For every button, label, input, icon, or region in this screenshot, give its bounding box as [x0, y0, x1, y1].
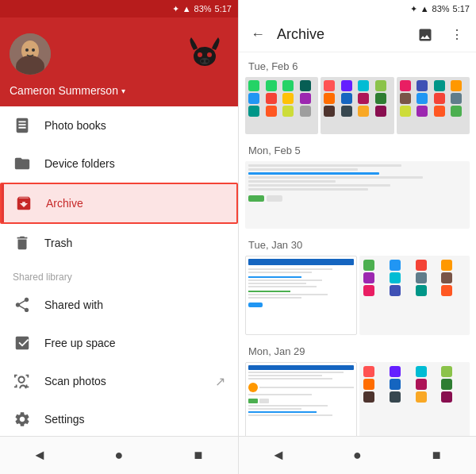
nav-label-device-folders: Device folders: [44, 157, 115, 170]
nav-item-free-space[interactable]: Free up space: [0, 324, 238, 362]
book-icon: [13, 116, 32, 135]
date-label-jan30: Tue, Jan 30: [245, 231, 470, 256]
shared-icon: [13, 295, 32, 314]
nav-label-trash: Trash: [44, 237, 72, 249]
back-button-archive[interactable]: ←: [245, 22, 271, 48]
home-button-right[interactable]: ●: [341, 440, 373, 472]
dropdown-arrow-icon: ▾: [121, 87, 125, 95]
date-label-feb6: Tue, Feb 6: [245, 52, 470, 77]
drawer-header: Cameron Summerson ▾: [0, 17, 238, 106]
back-button-right[interactable]: ◄: [263, 440, 294, 472]
time-left: 5:17: [215, 4, 232, 13]
photo-thumb-jan29-1[interactable]: [245, 362, 357, 436]
photo-thumb-jan30-1[interactable]: [245, 256, 357, 335]
trash-icon: [13, 233, 32, 252]
nav-label-settings: Settings: [44, 413, 85, 426]
free-space-icon: [13, 333, 32, 353]
archive-icon: [14, 194, 33, 213]
scan-icon: [13, 372, 32, 391]
photo-row-feb5: [245, 161, 470, 229]
shared-section-label: Shared library: [0, 262, 238, 286]
archive-title: Archive: [277, 26, 406, 43]
photo-thumb-feb6-2[interactable]: [321, 77, 393, 134]
recent-button-left[interactable]: ■: [182, 440, 214, 472]
svg-point-10: [205, 60, 209, 63]
left-status-bar: ✦ ▲ 83% 5:17: [0, 0, 238, 17]
nav-item-scan-photos[interactable]: Scan photos ↗: [0, 362, 238, 400]
archive-toolbar: ← Archive ⋮: [239, 17, 476, 52]
nav-item-settings[interactable]: Settings: [0, 400, 238, 436]
user-name[interactable]: Cameron Summerson ▾: [10, 84, 228, 97]
svg-point-9: [201, 60, 204, 63]
bull-logo: [181, 30, 228, 78]
photo-thumb-feb5[interactable]: [245, 161, 470, 229]
right-panel: ✦ ▲ 83% 5:17 ← Archive ⋮ Tue, Feb 6: [238, 0, 476, 474]
svg-point-4: [32, 48, 35, 52]
svg-point-6: [198, 52, 202, 57]
nav-item-archive[interactable]: Archive: [0, 183, 238, 224]
more-options-button[interactable]: ⋮: [444, 22, 470, 48]
signal-icon-right: ▲: [420, 4, 429, 13]
nav-label-free-space: Free up space: [44, 337, 116, 349]
date-label-jan29: Mon, Jan 29: [245, 337, 470, 362]
right-status-bar: ✦ ▲ 83% 5:17: [239, 0, 476, 17]
time-right: 5:17: [453, 4, 470, 13]
photo-row-jan29: [245, 362, 470, 436]
bluetooth-icon: ✦: [172, 4, 179, 14]
photo-thumb-feb6-3[interactable]: [397, 77, 470, 134]
settings-icon: [13, 410, 32, 429]
photo-thumb-feb6-1[interactable]: [245, 77, 318, 134]
nav-item-shared-with[interactable]: Shared with: [0, 286, 238, 324]
date-label-feb5: Mon, Feb 5: [245, 137, 470, 161]
signal-icon: ▲: [182, 4, 191, 13]
left-drawer: ✦ ▲ 83% 5:17: [0, 0, 238, 474]
photo-thumb-jan29-2[interactable]: [359, 362, 470, 436]
nav-item-device-folders[interactable]: Device folders: [0, 145, 238, 183]
nav-label-scan-photos: Scan photos: [44, 375, 106, 387]
nav-item-photo-books[interactable]: Photo books: [0, 106, 238, 145]
photo-thumb-jan30-2[interactable]: [359, 256, 470, 335]
nav-label-photo-books: Photo books: [44, 119, 106, 132]
svg-point-3: [25, 48, 29, 52]
battery-left: 83%: [194, 4, 212, 13]
right-bottom-nav: ◄ ● ■: [239, 436, 476, 474]
photo-row-feb6: [245, 77, 470, 134]
folder-icon: [13, 154, 32, 173]
bluetooth-icon-right: ✦: [410, 4, 417, 14]
nav-label-shared-with: Shared with: [44, 299, 103, 311]
avatar[interactable]: [10, 33, 51, 75]
recent-button-right[interactable]: ■: [420, 440, 452, 472]
home-button-left[interactable]: ●: [103, 440, 135, 472]
photo-row-jan30: [245, 256, 470, 335]
avatar-image: [10, 33, 51, 75]
external-link-icon: ↗: [215, 374, 225, 389]
nav-item-trash[interactable]: Trash: [0, 224, 238, 262]
battery-right: 83%: [432, 4, 450, 13]
nav-label-archive: Archive: [46, 197, 83, 210]
archive-content: Tue, Feb 6: [239, 52, 476, 436]
left-bottom-nav: ◄ ● ■: [0, 436, 238, 474]
bulls-icon: [183, 33, 227, 76]
back-button-left[interactable]: ◄: [24, 440, 56, 472]
photo-icon-toolbar[interactable]: [413, 22, 438, 48]
svg-point-7: [207, 52, 212, 57]
nav-section: Photo books Device folders Archive Trash…: [0, 106, 238, 436]
